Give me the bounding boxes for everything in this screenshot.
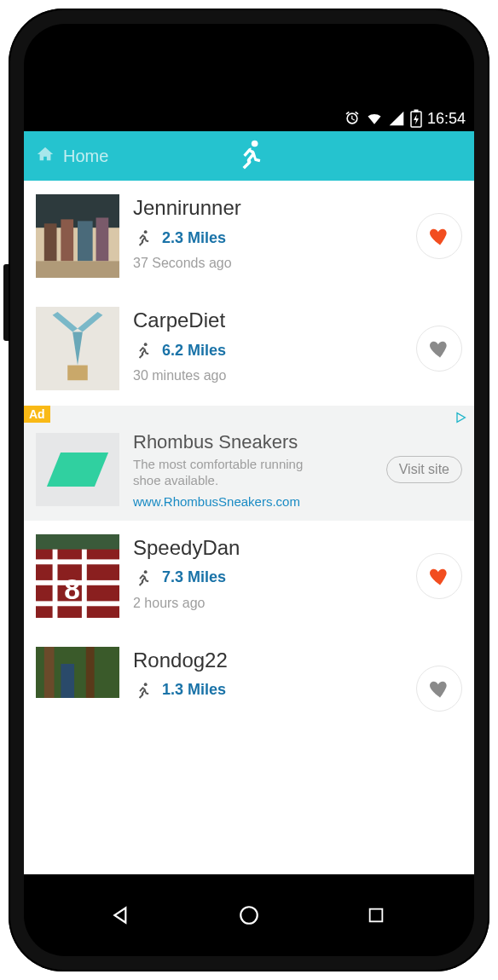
- app-logo: [232, 137, 266, 175]
- svg-point-28: [144, 683, 148, 686]
- svg-rect-31: [370, 909, 383, 922]
- runner-icon: [133, 568, 152, 587]
- feed-body: Jennirunner 2.3 Miles 37 Seconds ago: [133, 194, 402, 271]
- svg-rect-8: [96, 217, 109, 261]
- svg-text:8: 8: [64, 574, 80, 605]
- like-button[interactable]: [416, 553, 462, 599]
- heart-icon: [427, 564, 451, 588]
- phone-frame: 16:54 Home: [9, 9, 489, 971]
- home-nav-button[interactable]: [236, 902, 262, 928]
- phone-inner: 16:54 Home: [24, 24, 474, 956]
- android-nav-bar: [24, 874, 474, 956]
- ad-body: Rhombus Sneakers The most comfortable ru…: [133, 431, 373, 509]
- ad-badge: Ad: [24, 406, 50, 423]
- activity-thumbnail: [36, 307, 119, 390]
- recents-button[interactable]: [363, 902, 389, 928]
- activity-metric: 7.3 Miles: [133, 568, 402, 587]
- svg-point-30: [240, 907, 258, 924]
- svg-rect-9: [36, 261, 119, 278]
- feed-body: CarpeDiet 6.2 Miles 30 minutes ago: [133, 307, 402, 383]
- feed-item[interactable]: CarpeDiet 6.2 Miles 30 minutes ago: [24, 293, 474, 406]
- svg-rect-25: [44, 647, 55, 698]
- distance-value: 1.3 Miles: [162, 681, 226, 699]
- status-time: 16:54: [427, 110, 466, 128]
- feed-item[interactable]: Rondog22 1.3 Miles: [24, 633, 474, 727]
- home-icon: [36, 145, 55, 168]
- svg-point-2: [252, 141, 258, 147]
- svg-point-13: [144, 343, 148, 346]
- svg-rect-6: [61, 219, 73, 261]
- alarm-icon: [344, 110, 361, 127]
- svg-point-10: [144, 230, 148, 233]
- feed-item[interactable]: Jennirunner 2.3 Miles 37 Seconds ago: [24, 181, 474, 293]
- timestamp: 30 minutes ago: [133, 368, 402, 383]
- home-label: Home: [63, 147, 108, 166]
- ad-cta-button[interactable]: Visit site: [386, 456, 462, 483]
- distance-value: 7.3 Miles: [162, 568, 226, 586]
- rhombus-icon: [47, 453, 108, 487]
- distance-value: 6.2 Miles: [162, 342, 226, 360]
- svg-rect-26: [86, 647, 95, 698]
- svg-rect-5: [44, 223, 57, 261]
- svg-rect-20: [53, 549, 58, 617]
- activity-thumbnail: 8: [36, 534, 119, 618]
- status-bar: 16:54: [24, 106, 474, 131]
- username[interactable]: Rondog22: [133, 649, 402, 672]
- activity-metric: 2.3 Miles: [133, 228, 402, 247]
- like-button[interactable]: [416, 213, 462, 259]
- wifi-icon: [366, 110, 383, 127]
- back-button[interactable]: [109, 902, 135, 928]
- ad-unit[interactable]: Ad Rhombus Sneakers The most comfortable…: [24, 406, 474, 521]
- svg-rect-16: [36, 534, 119, 550]
- feed-item[interactable]: 8 SpeedyDan 7.3 Miles 2 hours ago: [24, 521, 474, 633]
- svg-rect-7: [78, 221, 93, 261]
- ad-url[interactable]: www.RhombusSneakers.com: [133, 494, 373, 509]
- username[interactable]: SpeedyDan: [133, 536, 402, 560]
- activity-metric: 6.2 Miles: [133, 341, 402, 360]
- heart-icon: [427, 337, 451, 360]
- like-button[interactable]: [416, 666, 462, 712]
- svg-rect-27: [61, 664, 74, 698]
- runner-icon: [133, 228, 152, 247]
- svg-rect-1: [414, 110, 418, 112]
- activity-feed[interactable]: Jennirunner 2.3 Miles 37 Seconds ago: [24, 181, 474, 874]
- svg-point-23: [144, 570, 148, 574]
- signal-icon: [388, 110, 405, 127]
- activity-thumbnail: [36, 647, 119, 698]
- ad-thumbnail: [36, 433, 119, 506]
- heart-icon: [427, 677, 451, 700]
- timestamp: 37 Seconds ago: [133, 256, 402, 271]
- heart-icon: [427, 224, 451, 248]
- top-bezel: [24, 24, 474, 106]
- like-button[interactable]: [416, 326, 462, 372]
- activity-metric: 1.3 Miles: [133, 681, 402, 700]
- runner-icon: [133, 341, 152, 360]
- timestamp: 2 hours ago: [133, 596, 402, 611]
- activity-thumbnail: [36, 194, 119, 278]
- username[interactable]: CarpeDiet: [133, 308, 402, 332]
- battery-icon: [410, 109, 422, 128]
- svg-rect-21: [82, 549, 87, 617]
- screen: 16:54 Home: [24, 106, 474, 874]
- svg-rect-12: [67, 366, 88, 381]
- svg-rect-17: [36, 559, 119, 564]
- adchoices-icon[interactable]: [454, 411, 467, 428]
- svg-marker-14: [457, 413, 465, 423]
- feed-body: Rondog22 1.3 Miles: [133, 647, 402, 708]
- feed-body: SpeedyDan 7.3 Miles 2 hours ago: [133, 534, 402, 611]
- ad-title: Rhombus Sneakers: [133, 431, 373, 453]
- username[interactable]: Jennirunner: [133, 196, 402, 220]
- ad-description: The most comfortable running shoe availa…: [133, 457, 321, 489]
- distance-value: 2.3 Miles: [162, 229, 226, 247]
- home-button[interactable]: Home: [24, 131, 120, 181]
- app-header: Home: [24, 131, 474, 181]
- svg-marker-29: [114, 908, 125, 922]
- power-button: [3, 264, 9, 341]
- runner-icon: [133, 681, 152, 700]
